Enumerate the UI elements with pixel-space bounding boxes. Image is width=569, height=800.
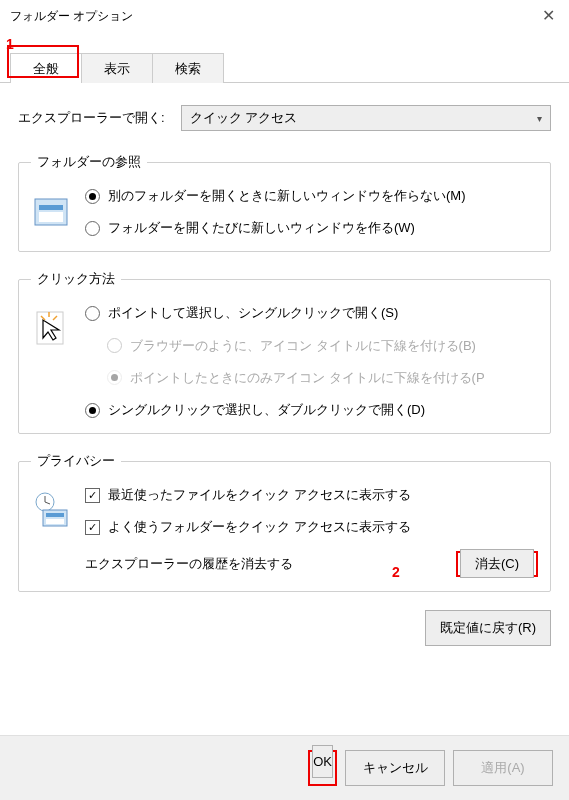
restore-defaults-button[interactable]: 既定値に戻す(R) [425,610,551,646]
privacy-frequent-folders[interactable]: よく使うフォルダーをクイック アクセスに表示する [85,518,538,536]
click-opt-single-click-label: ポイントして選択し、シングルクリックで開く(S) [108,304,398,322]
privacy-group: プライバシー 最近使ったファイルをクイック アクセスに表示する よく使うフォルダ… [18,452,551,591]
svg-rect-13 [46,519,64,524]
radio-icon [107,338,122,353]
clear-history-label: エクスプローラーの履歴を消去する [85,555,456,573]
click-opt-underline-browser-label: ブラウザーのように、アイコン タイトルに下線を付ける(B) [130,337,476,355]
click-opt-double-click-label: シングルクリックで選択し、ダブルクリックで開く(D) [108,401,425,419]
open-with-row: エクスプローラーで開く: クイック アクセス ▾ [18,105,551,131]
cancel-button[interactable]: キャンセル [345,750,445,786]
clock-folder-icon [31,490,71,530]
checkbox-icon [85,520,100,535]
apply-button: 適用(A) [453,750,553,786]
open-with-dropdown[interactable]: クイック アクセス ▾ [181,105,551,131]
click-opt-double-click[interactable]: シングルクリックで選択し、ダブルクリックで開く(D) [85,401,538,419]
tab-strip: 全般 表示 検索 [0,52,569,83]
ok-button[interactable]: OK [312,745,333,778]
tab-general[interactable]: 全般 [10,53,82,83]
privacy-legend: プライバシー [31,452,121,470]
clear-history-row: エクスプローラーの履歴を消去する 消去(C) [85,551,538,577]
annotation-1: 1 [6,36,14,52]
annotation-2: 2 [392,564,400,580]
radio-icon [85,403,100,418]
radio-icon [85,189,100,204]
svg-rect-1 [39,205,63,210]
restore-row: 既定値に戻す(R) [0,610,569,646]
browse-opt-new-window-label: フォルダーを開くたびに新しいウィンドウを作る(W) [108,219,415,237]
tab-search[interactable]: 検索 [152,53,224,83]
browse-folders-legend: フォルダーの参照 [31,153,147,171]
radio-icon [107,370,122,385]
tab-view[interactable]: 表示 [81,53,153,83]
click-opt-single-click[interactable]: ポイントして選択し、シングルクリックで開く(S) [85,304,538,322]
privacy-recent-files[interactable]: 最近使ったファイルをクイック アクセスに表示する [85,486,538,504]
click-opt-underline-hover-label: ポイントしたときにのみアイコン タイトルに下線を付ける(P [130,369,485,387]
content-area: エクスプローラーで開く: クイック アクセス ▾ フォルダーの参照 別のフォルダ… [0,83,569,592]
cursor-icon [31,308,71,348]
browse-folders-group: フォルダーの参照 別のフォルダーを開くときに新しいウィンドウを作らない(M) フ… [18,153,551,252]
radio-icon [85,221,100,236]
click-method-group: クリック方法 ポイントして選択し、シングルクリックで開く(S) ブラウザーのよう… [18,270,551,434]
highlight-clear-button: 消去(C) [456,551,538,577]
click-opt-underline-hover: ポイントしたときにのみアイコン タイトルに下線を付ける(P [107,369,538,387]
svg-rect-12 [46,513,64,517]
privacy-recent-files-label: 最近使ったファイルをクイック アクセスに表示する [108,486,411,504]
checkbox-icon [85,488,100,503]
open-with-label: エクスプローラーで開く: [18,109,181,127]
radio-icon [85,306,100,321]
svg-rect-2 [39,212,63,222]
folder-icon [31,191,71,231]
bottom-button-bar: OK キャンセル 適用(A) [0,735,569,800]
chevron-down-icon: ▾ [537,113,542,124]
window-title: フォルダー オプション [10,8,133,25]
title-bar: フォルダー オプション ✕ [0,0,569,32]
open-with-value: クイック アクセス [190,109,298,127]
click-method-legend: クリック方法 [31,270,121,288]
browse-opt-new-window[interactable]: フォルダーを開くたびに新しいウィンドウを作る(W) [85,219,538,237]
highlight-ok-button: OK [308,750,337,786]
click-opt-underline-browser: ブラウザーのように、アイコン タイトルに下線を付ける(B) [107,337,538,355]
close-icon[interactable]: ✕ [542,6,555,25]
browse-opt-same-window-label: 別のフォルダーを開くときに新しいウィンドウを作らない(M) [108,187,466,205]
clear-button[interactable]: 消去(C) [460,549,534,578]
browse-opt-same-window[interactable]: 別のフォルダーを開くときに新しいウィンドウを作らない(M) [85,187,538,205]
privacy-frequent-folders-label: よく使うフォルダーをクイック アクセスに表示する [108,518,411,536]
